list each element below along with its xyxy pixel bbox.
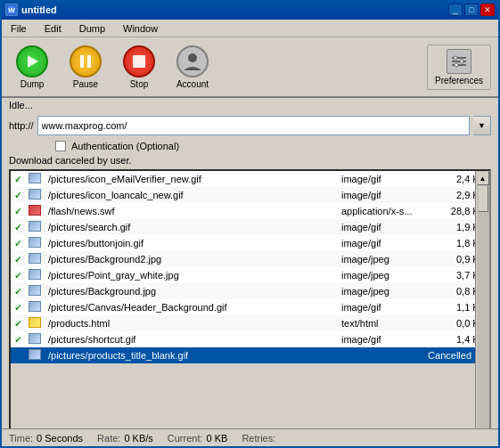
- icon-cell: [25, 267, 45, 283]
- svg-text:W: W: [8, 6, 15, 14]
- icon-cell: [25, 283, 45, 299]
- rate-item: Rate: 0 KB/s: [97, 433, 153, 444]
- current-label: Current:: [168, 433, 203, 444]
- title-bar-left: W untitled: [5, 4, 57, 16]
- svg-rect-8: [452, 61, 466, 62]
- file-list-container: ✓ /pictures/icon_eMailVerifier_new.gif i…: [9, 169, 491, 444]
- svg-rect-3: [80, 55, 84, 68]
- file-name: /pictures/Background2.jpg: [45, 251, 338, 267]
- url-label: http://: [9, 120, 34, 131]
- svg-point-12: [455, 63, 458, 67]
- auth-label: Authentication (Optional): [71, 141, 179, 151]
- idle-text: Idle...: [9, 100, 33, 110]
- check-cell: ✓: [11, 283, 25, 299]
- preferences-button[interactable]: Preferences: [427, 45, 491, 90]
- file-name: /flash/news.swf: [45, 203, 338, 219]
- maximize-button[interactable]: □: [464, 4, 479, 16]
- svg-point-10: [454, 56, 457, 60]
- checkmark: ✓: [14, 303, 21, 313]
- file-icon-img: [29, 301, 41, 312]
- file-icon-swf: [29, 205, 41, 216]
- pause-icon: [70, 45, 102, 77]
- file-list-scroll[interactable]: ✓ /pictures/icon_eMailVerifier_new.gif i…: [11, 171, 489, 363]
- menu-edit[interactable]: Edit: [39, 20, 67, 37]
- url-input[interactable]: [37, 116, 470, 135]
- file-type: image/gif: [338, 235, 436, 251]
- bottom-status-bar: Time: 0 Seconds Rate: 0 KB/s Current: 0 …: [2, 428, 498, 446]
- table-row[interactable]: ✓ /products.html text/html 0,0 KB: [11, 315, 489, 331]
- current-item: Current: 0 KB: [168, 433, 228, 444]
- file-name: /pictures/buttonjoin.gif: [45, 235, 338, 251]
- dump-button[interactable]: Dump: [9, 41, 55, 94]
- checkmark: ✓: [14, 271, 21, 281]
- url-dropdown-button[interactable]: ▼: [473, 116, 491, 135]
- stop-button[interactable]: Stop: [116, 41, 162, 94]
- menu-bar: File Edit Dump Window: [2, 20, 498, 37]
- cancelled-status: Cancelled: [338, 347, 489, 363]
- time-value: 0 Seconds: [37, 433, 83, 444]
- checkmark: ✓: [14, 175, 21, 184]
- window-title: untitled: [21, 4, 57, 15]
- table-row[interactable]: ✓ /pictures/icon_eMailVerifier_new.gif i…: [11, 171, 489, 187]
- table-row[interactable]: ✓ /pictures/search.gif image/gif 1,9 KB: [11, 219, 489, 235]
- file-icon-img: [29, 173, 41, 183]
- file-name: /pictures/Background.jpg: [45, 283, 338, 299]
- table-row[interactable]: ✓ /pictures/icon_loancalc_new.gif image/…: [11, 187, 489, 203]
- file-type: text/html: [338, 315, 436, 331]
- pause-button[interactable]: Pause: [62, 41, 109, 94]
- retries-label: Retries:: [242, 433, 275, 444]
- file-icon-img: [29, 285, 41, 296]
- file-name: /pictures/icon_eMailVerifier_new.gif: [45, 171, 338, 187]
- stop-icon: [123, 45, 155, 77]
- check-cell: ✓: [11, 235, 25, 251]
- file-icon-img: [29, 253, 41, 264]
- table-row[interactable]: /pictures/products_title_blank.gif Cance…: [11, 347, 489, 363]
- time-label: Time:: [9, 433, 33, 444]
- svg-marker-2: [28, 55, 38, 68]
- account-button[interactable]: Account: [169, 41, 216, 94]
- checkmark: ✓: [14, 335, 21, 345]
- menu-dump[interactable]: Dump: [74, 20, 111, 37]
- menu-window[interactable]: Window: [118, 20, 163, 37]
- close-button[interactable]: ✕: [480, 4, 495, 16]
- table-row[interactable]: ✓ /pictures/Canvas/Header_Background.gif…: [11, 299, 489, 315]
- file-icon-img: [29, 237, 41, 248]
- scroll-up-button[interactable]: ▲: [477, 171, 489, 185]
- file-type: image/jpeg: [338, 251, 436, 267]
- file-type: image/jpeg: [338, 283, 436, 299]
- main-window: W untitled _ □ ✕ File Edit Dump Window D…: [0, 0, 500, 448]
- file-name: /products.html: [45, 315, 338, 331]
- file-type: image/gif: [338, 219, 436, 235]
- checkmark: ✓: [14, 255, 21, 265]
- scrollbar[interactable]: ▲ ▼: [475, 171, 489, 443]
- minimize-button[interactable]: _: [448, 4, 463, 16]
- table-row[interactable]: ✓ /pictures/Background.jpg image/jpeg 0,…: [11, 283, 489, 299]
- account-label: Account: [176, 79, 209, 89]
- menu-file[interactable]: File: [5, 20, 32, 37]
- check-cell: ✓: [11, 315, 25, 331]
- auth-checkbox[interactable]: [55, 141, 66, 151]
- file-icon-img: [29, 221, 41, 232]
- title-controls: _ □ ✕: [448, 4, 495, 16]
- checkmark: ✓: [14, 207, 21, 216]
- check-cell: [11, 347, 25, 363]
- table-row[interactable]: ✓ /flash/news.swf application/x-s... 28,…: [11, 203, 489, 219]
- scroll-thumb[interactable]: [478, 185, 488, 212]
- preferences-label: Preferences: [435, 76, 483, 86]
- file-name: /pictures/search.gif: [45, 219, 338, 235]
- icon-cell: [25, 331, 45, 347]
- file-name: /pictures/Canvas/Header_Background.gif: [45, 299, 338, 315]
- table-row[interactable]: ✓ /pictures/Background2.jpg image/jpeg 0…: [11, 251, 489, 267]
- table-row[interactable]: ✓ /pictures/shortcut.gif image/gif 1,4 K…: [11, 331, 489, 347]
- icon-cell: [25, 347, 45, 363]
- dump-label: Dump: [20, 79, 45, 89]
- file-type: image/gif: [338, 171, 436, 187]
- icon-cell: [25, 235, 45, 251]
- toolbar: Dump Pause Stop: [2, 37, 498, 98]
- check-cell: ✓: [11, 251, 25, 267]
- table-row[interactable]: ✓ /pictures/buttonjoin.gif image/gif 1,8…: [11, 235, 489, 251]
- table-row[interactable]: ✓ /pictures/Point_gray_white.jpg image/j…: [11, 267, 489, 283]
- check-cell: ✓: [11, 267, 25, 283]
- checkmark: ✓: [14, 319, 21, 329]
- file-table: ✓ /pictures/icon_eMailVerifier_new.gif i…: [11, 171, 489, 363]
